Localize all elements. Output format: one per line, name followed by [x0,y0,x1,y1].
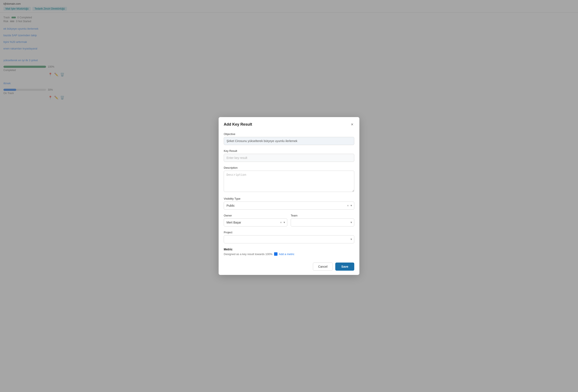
project-label: Project [224,231,354,234]
modal-body: Objective Key Result Description Visibil… [219,131,359,259]
project-select-wrapper: ▼ [224,235,354,243]
owner-select-icons: × ▼ [280,221,286,224]
metric-icon [274,252,278,256]
team-col: Team ▼ [291,214,354,231]
visibility-clear-button[interactable]: × [347,204,349,207]
objective-group: Objective [224,132,354,145]
project-select-icons: ▼ [350,238,353,241]
modal-header: Add Key Result × [219,117,359,131]
owner-chevron-icon: ▼ [283,221,286,224]
cancel-button[interactable]: Cancel [313,263,333,271]
add-metric-link[interactable]: Add a metric [274,252,294,256]
key-result-group: Key Result [224,149,354,162]
visibility-chevron-icon: ▼ [350,204,353,207]
visibility-type-label: Visibility Type [224,197,354,200]
metric-title: Metric [224,248,354,251]
owner-select[interactable]: Mert Başar [224,218,287,227]
metric-desc: Designed as a key result towards 100% [224,252,272,256]
visibility-type-group: Visibility Type Public Private Team × ▼ [224,197,354,210]
owner-label: Owner [224,214,287,217]
owner-clear-button[interactable]: × [280,221,282,224]
modal-footer: Cancel Save [219,259,359,275]
owner-col: Owner Mert Başar × ▼ [224,214,287,231]
modal-close-button[interactable]: × [350,121,354,127]
project-chevron-icon: ▼ [350,238,353,241]
metric-description-row: Designed as a key result towards 100% Ad… [224,252,354,256]
add-key-result-modal: Add Key Result × Objective Key Result De… [219,117,359,275]
team-chevron-icon: ▼ [350,221,353,224]
metric-section: Metric Designed as a key result towards … [224,248,354,256]
key-result-label: Key Result [224,149,354,152]
add-metric-label: Add a metric [279,252,294,256]
team-select-wrapper: ▼ [291,218,354,227]
modal-title: Add Key Result [224,122,252,127]
team-label: Team [291,214,354,217]
description-textarea[interactable] [224,171,354,192]
key-result-input[interactable] [224,154,354,162]
visibility-type-select[interactable]: Public Private Team [224,201,354,210]
save-button[interactable]: Save [335,263,354,271]
team-select-icons: ▼ [350,221,353,224]
description-label: Description [224,166,354,169]
project-group: Project ▼ [224,231,354,243]
visibility-type-wrapper: Public Private Team × ▼ [224,201,354,210]
visibility-select-icons: × ▼ [347,204,353,207]
team-group: Team ▼ [291,214,354,227]
team-select[interactable] [291,218,354,227]
project-select[interactable] [224,235,354,243]
owner-team-row: Owner Mert Başar × ▼ [224,214,354,231]
objective-input[interactable] [224,137,354,145]
owner-group: Owner Mert Başar × ▼ [224,214,287,227]
description-group: Description [224,166,354,193]
objective-label: Objective [224,132,354,136]
modal-overlay: Add Key Result × Objective Key Result De… [0,0,578,392]
owner-select-wrapper: Mert Başar × ▼ [224,218,287,227]
